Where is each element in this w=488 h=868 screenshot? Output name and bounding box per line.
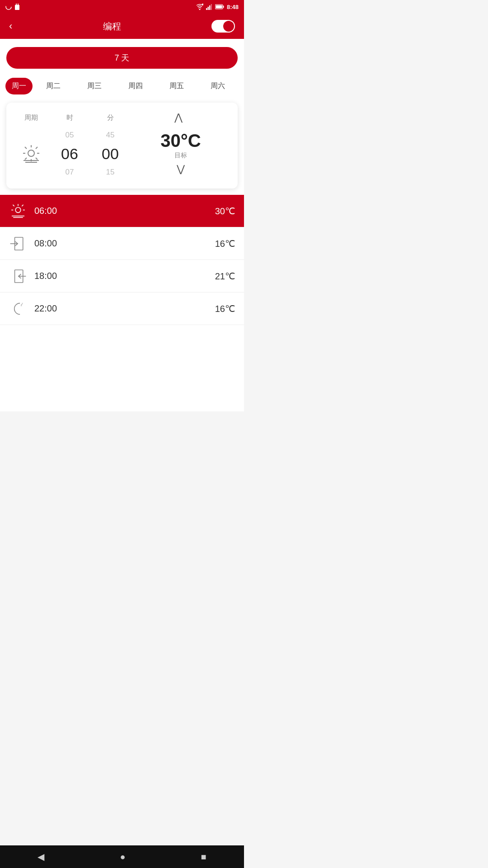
- wifi-icon: [196, 4, 203, 10]
- days-section: 7 天: [0, 39, 244, 73]
- tab-thursday[interactable]: 周四: [115, 78, 156, 94]
- sdcard-icon: [14, 4, 20, 10]
- toggle-knob: [223, 21, 234, 32]
- tab-friday[interactable]: 周五: [156, 78, 197, 94]
- hour-prev: 05: [66, 128, 74, 142]
- svg-line-30: [22, 204, 23, 206]
- schedule-list: 06:00 30℃ 08:00 16℃: [0, 195, 244, 325]
- svg-rect-7: [206, 8, 207, 10]
- svg-rect-12: [223, 6, 224, 8]
- svg-rect-3: [18, 4, 19, 5]
- minute-prev: 45: [106, 128, 115, 142]
- hour-next: 07: [66, 165, 74, 179]
- svg-rect-13: [216, 5, 222, 9]
- tab-monday[interactable]: 周一: [5, 78, 33, 94]
- sunrise-icon-0: [9, 203, 27, 220]
- temp-up-button[interactable]: ⋀: [170, 110, 187, 125]
- tab-tuesday[interactable]: 周二: [33, 78, 74, 94]
- tab-saturday[interactable]: 周六: [197, 78, 239, 94]
- time-picker-card: 周期 时 分 ⋀: [6, 103, 238, 189]
- header-title: 编程: [103, 20, 121, 33]
- schedule-icon-0: [9, 203, 27, 220]
- schedule-temp-3: 16℃: [215, 303, 235, 314]
- svg-point-25: [15, 207, 21, 212]
- schedule-item-0[interactable]: 06:00 30℃: [0, 195, 244, 227]
- sunrise-icon: [21, 143, 42, 164]
- schedule-item-3[interactable]: z z 22:00 16℃: [0, 292, 244, 325]
- minute-next: 15: [106, 165, 115, 179]
- svg-rect-2: [16, 4, 17, 5]
- schedule-temp-1: 16℃: [215, 238, 235, 249]
- status-time: 8:48: [227, 4, 239, 10]
- svg-rect-1: [15, 5, 19, 10]
- schedule-item-2[interactable]: 18:00 21℃: [0, 260, 244, 292]
- spinner-icon: [5, 4, 12, 10]
- svg-point-4: [199, 9, 200, 10]
- period-col: [15, 128, 47, 179]
- svg-line-22: [25, 158, 27, 160]
- temp-area: ⋀: [128, 110, 229, 125]
- enter-icon-1: [9, 235, 27, 252]
- schedule-time-3: 22:00: [34, 303, 215, 314]
- signal-icon: [206, 4, 212, 10]
- toggle-switch[interactable]: [211, 20, 235, 33]
- status-left-icons: [5, 4, 20, 10]
- schedule-icon-1: [9, 235, 27, 252]
- header: ‹ 编程: [0, 14, 244, 39]
- svg-point-14: [28, 150, 34, 156]
- svg-rect-10: [211, 4, 212, 10]
- picker-body: 05 06 07 45 00 15 30°C 目标 ⋁: [15, 128, 229, 179]
- svg-line-19: [25, 147, 27, 149]
- temp-control: 30°C 目标 ⋁: [128, 131, 229, 177]
- battery-icon: [215, 4, 224, 9]
- schedule-icon-3: z z: [9, 300, 27, 317]
- minute-label: 分: [92, 113, 128, 122]
- day-tabs: 周一 周二 周三 周四 周五 周六: [0, 73, 244, 98]
- temp-down-button[interactable]: ⋁: [172, 161, 189, 177]
- svg-rect-8: [207, 7, 209, 10]
- svg-line-29: [13, 204, 14, 206]
- moon-icon: z z: [9, 300, 27, 317]
- svg-point-0: [6, 4, 11, 9]
- minute-current[interactable]: 00: [102, 142, 119, 165]
- tab-wednesday[interactable]: 周三: [74, 78, 115, 94]
- back-button[interactable]: ‹: [9, 21, 12, 31]
- period-label: 周期: [15, 113, 47, 122]
- svg-line-21: [36, 147, 38, 149]
- temp-target-label: 目标: [174, 151, 187, 160]
- minute-col: 45 00 15: [92, 128, 128, 179]
- temp-value: 30°C: [160, 131, 201, 151]
- picker-headers: 周期 时 分 ⋀: [15, 110, 229, 125]
- schedule-icon-2: [9, 268, 27, 285]
- status-right-icons: 8:48: [196, 4, 239, 10]
- schedule-temp-2: 21℃: [215, 271, 235, 282]
- days-button[interactable]: 7 天: [6, 47, 238, 69]
- svg-rect-9: [209, 5, 211, 10]
- schedule-temp-0: 30℃: [215, 206, 235, 217]
- status-bar: 8:48: [0, 0, 244, 14]
- period-icon: [21, 128, 42, 179]
- hour-label: 时: [52, 113, 88, 122]
- main-body: 7 天 周一 周二 周三 周四 周五 周六 周期 时 分: [0, 39, 244, 411]
- schedule-time-1: 08:00: [34, 238, 215, 249]
- schedule-time-0: 06:00: [34, 206, 215, 216]
- svg-line-20: [36, 158, 38, 160]
- hour-current[interactable]: 06: [61, 142, 78, 165]
- enter-icon-2: [9, 268, 27, 285]
- hour-col: 05 06 07: [52, 128, 88, 179]
- schedule-item-1[interactable]: 08:00 16℃: [0, 227, 244, 260]
- svg-text:z: z: [22, 302, 23, 305]
- schedule-time-2: 18:00: [34, 271, 215, 281]
